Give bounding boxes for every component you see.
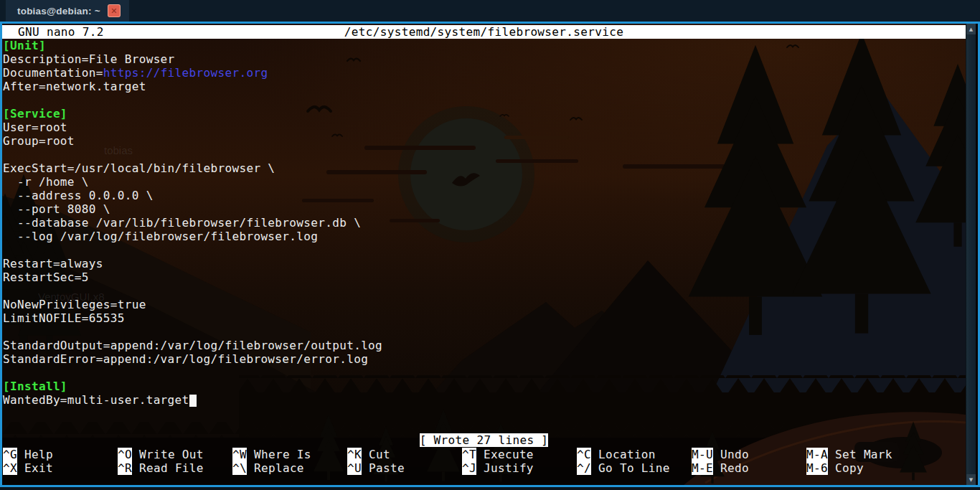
shortcut-set-mark: M-ASet Mark [806, 448, 921, 461]
shortcut-key: M-A [806, 448, 828, 461]
terminal-titlebar[interactable]: tobias@debian: ~ ✕ [0, 0, 980, 22]
editor-line: Documentation=https://filebrowser.org [3, 66, 966, 80]
shortcut-key: ^J [462, 461, 476, 475]
shortcut-label: Cut [369, 448, 390, 461]
shortcut-key: ^T [462, 448, 476, 461]
shortcut-undo: M-UUndo [692, 448, 806, 461]
shortcut-redo: M-ERedo [692, 461, 806, 475]
editor-line: RestartSec=5 [3, 270, 966, 284]
shortcut-label: Set Mark [835, 448, 892, 461]
editor-line [3, 243, 966, 257]
shortcut-justify: ^JJustify [462, 461, 577, 475]
editor-line: Description=File Browser [3, 52, 966, 66]
shortcut-label: Redo [720, 461, 749, 475]
shortcut-label: Exit [24, 461, 53, 475]
terminal-screen[interactable]: tobias VentoyGUI.x8 GNU nano 7.2 /etc/sy… [2, 24, 966, 485]
shortcut-execute: ^TExecute [462, 448, 577, 461]
shortcut-help: ^GHelp [3, 448, 118, 461]
shortcut-key: M-6 [806, 461, 828, 475]
text-cursor [189, 395, 197, 407]
shortcut-key: ^\ [232, 461, 247, 475]
close-icon[interactable]: ✕ [108, 4, 121, 17]
shortcut-paste: ^UPaste [347, 461, 462, 475]
shortcut-key: ^G [3, 448, 17, 461]
shortcut-read-file: ^RRead File [118, 461, 232, 475]
nano-file-path: /etc/systemd/system/filebrowser.service [2, 25, 966, 39]
editor-line: --log /var/log/filebrowser/filebrowser.l… [3, 230, 966, 243]
scroll-up-icon[interactable]: ▲ [966, 24, 976, 34]
shortcut-row-1: ^GHelp^OWrite Out^WWhere Is^KCut^TExecut… [3, 448, 921, 461]
editor-line: --database /var/lib/filebrowser/filebrow… [3, 216, 966, 230]
terminal-tab[interactable]: tobias@debian: ~ ✕ [6, 0, 129, 22]
shortcut-label: Help [24, 448, 53, 461]
editor-line [3, 284, 966, 298]
editor-line: [Install] [3, 380, 966, 393]
shortcut-cut: ^KCut [347, 448, 462, 461]
editor-line: User=root [3, 121, 966, 134]
shortcut-label: Read File [139, 461, 204, 475]
status-message: [ Wrote 27 lines ] [420, 433, 549, 447]
scrollbar-track[interactable] [966, 34, 976, 474]
shortcut-key: ^O [118, 448, 132, 461]
editor-buffer[interactable]: [Unit]Description=File BrowserDocumentat… [3, 39, 966, 407]
shortcut-key: M-U [692, 448, 713, 461]
editor-line: -r /home \ [3, 175, 966, 189]
editor-line [3, 325, 966, 339]
shortcut-key: ^U [347, 461, 362, 475]
editor-line: ExecStart=/usr/local/bin/filebrowser \ [3, 161, 966, 175]
shortcut-exit: ^XExit [3, 461, 118, 475]
shortcut-location: ^CLocation [577, 448, 692, 461]
tab-title: tobias@debian: ~ [17, 6, 100, 17]
shortcut-label: Undo [720, 448, 749, 461]
editor-line: LimitNOFILE=65535 [3, 311, 966, 325]
editor-line [3, 148, 966, 161]
shortcut-label: Replace [254, 461, 304, 475]
shortcut-row-2: ^XExit^RRead File^\Replace^UPaste^JJusti… [3, 461, 921, 475]
shortcut-key: ^X [3, 461, 17, 475]
terminal-window: tobias VentoyGUI.x8 GNU nano 7.2 /etc/sy… [0, 22, 980, 487]
shortcut-label: Paste [369, 461, 405, 475]
editor-line: --address 0.0.0.0 \ [3, 189, 966, 202]
shortcut-key: ^C [577, 448, 591, 461]
shortcut-write-out: ^OWrite Out [118, 448, 232, 461]
nano-titlebar: GNU nano 7.2 /etc/systemd/system/filebro… [2, 25, 966, 39]
nano-status-line: [ Wrote 27 lines ] [2, 434, 966, 447]
terminal-scrollbar[interactable]: ▲ ▼ [966, 24, 976, 485]
shortcut-label: Execute [484, 448, 534, 461]
shortcut-label: Location [598, 448, 656, 461]
shortcut-key: ^K [347, 448, 362, 461]
shortcut-label: Write Out [139, 448, 204, 461]
editor-line: WantedBy=multi-user.target [3, 393, 966, 407]
editor-line: Restart=always [3, 257, 966, 270]
shortcut-label: Justify [484, 461, 534, 475]
editor-line: After=network.target [3, 80, 966, 93]
shortcut-key: ^W [232, 448, 247, 461]
shortcut-key: ^/ [577, 461, 591, 475]
shortcut-replace: ^\Replace [232, 461, 347, 475]
shortcut-label: Where Is [254, 448, 311, 461]
editor-line: StandardError=append:/var/log/filebrowse… [3, 352, 966, 366]
shortcut-key: ^R [118, 461, 132, 475]
shortcut-copy: M-6Copy [806, 461, 921, 475]
scroll-down-icon[interactable]: ▼ [966, 474, 976, 485]
editor-line: NoNewPrivileges=true [3, 298, 966, 311]
shortcut-go-to-line: ^/Go To Line [577, 461, 692, 475]
editor-line: Group=root [3, 134, 966, 148]
editor-line: [Unit] [3, 39, 966, 52]
shortcut-label: Go To Line [598, 461, 670, 475]
editor-line: StandardOutput=append:/var/log/filebrows… [3, 339, 966, 352]
shortcut-where-is: ^WWhere Is [232, 448, 347, 461]
editor-line [3, 366, 966, 380]
shortcut-label: Copy [835, 461, 864, 475]
editor-line [3, 93, 966, 107]
shortcut-key: M-E [692, 461, 713, 475]
editor-line: [Service] [3, 107, 966, 121]
editor-line: --port 8080 \ [3, 202, 966, 216]
